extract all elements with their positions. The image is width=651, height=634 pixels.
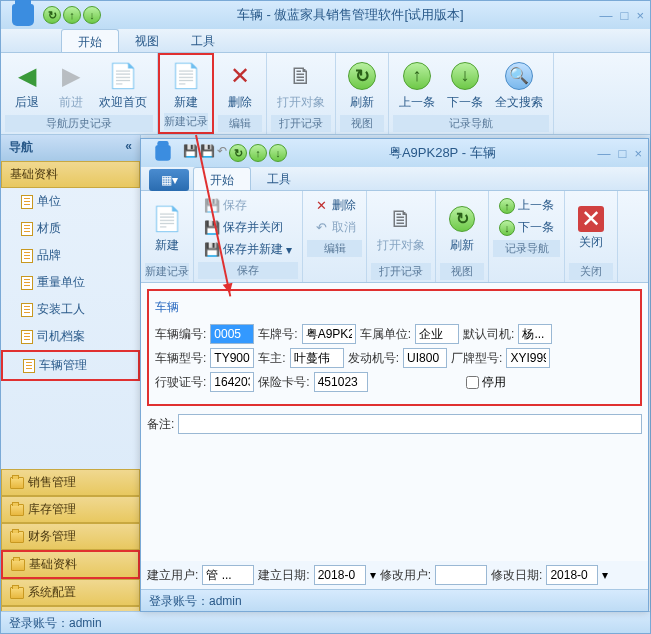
new-icon: 📄	[151, 203, 183, 235]
save-new-button[interactable]: 💾保存并新建▾	[200, 239, 296, 260]
prev-qa-icon[interactable]: ↑	[63, 6, 81, 24]
refresh-qa-icon[interactable]: ↻	[229, 144, 247, 162]
footer-row: 建立用户: 建立日期: ▾ 修改用户: 修改日期: ▾	[141, 561, 648, 589]
tab-start[interactable]: 开始	[61, 29, 119, 52]
delete-icon: ✕	[313, 198, 329, 214]
search-icon: 🔍	[503, 60, 535, 92]
main-statusbar: 登录账号：admin	[1, 611, 650, 633]
close-button[interactable]: ✕关闭	[569, 193, 613, 263]
sidebar-item-weight[interactable]: 重量单位	[1, 269, 140, 296]
vehicle-no-input[interactable]	[210, 324, 254, 344]
sidebar-item-material[interactable]: 材质	[1, 215, 140, 242]
factory-input[interactable]	[506, 348, 550, 368]
new-button[interactable]: 📄新建	[164, 57, 208, 113]
folder-icon	[10, 477, 24, 489]
back-button[interactable]: ◀后退	[5, 55, 49, 115]
tab-tools[interactable]: 工具	[251, 167, 307, 190]
open-obj-button[interactable]: 🗎打开对象	[371, 193, 431, 263]
doc-icon	[21, 249, 33, 263]
disable-checkbox[interactable]: 停用	[466, 374, 506, 391]
prev-button[interactable]: ↑上一条	[393, 55, 441, 115]
collapse-icon[interactable]: «	[125, 139, 132, 156]
insurance-input[interactable]	[314, 372, 368, 392]
main-menubar: 开始 视图 工具	[1, 29, 650, 53]
open-obj-button[interactable]: 🗎打开对象	[271, 55, 331, 115]
sidebar-sec-system[interactable]: 系统配置	[1, 579, 140, 606]
close-icon: ✕	[578, 206, 604, 232]
refresh-qa-icon[interactable]: ↻	[43, 6, 61, 24]
create-date-input[interactable]	[314, 565, 366, 585]
save-qa-icon[interactable]: 💾	[183, 144, 198, 162]
remark-input[interactable]	[178, 414, 642, 434]
doc-icon	[21, 303, 33, 317]
next-qa-icon[interactable]: ↓	[83, 6, 101, 24]
sidebar-item-driver[interactable]: 司机档案	[1, 323, 140, 350]
sidebar-item-worker[interactable]: 安装工人	[1, 296, 140, 323]
prev-qa-icon[interactable]: ↑	[249, 144, 267, 162]
owner-input[interactable]	[290, 348, 344, 368]
doc-icon	[21, 195, 33, 209]
child-title: 粤A9PK28P - 车辆	[287, 144, 598, 162]
next-qa-icon[interactable]: ↓	[269, 144, 287, 162]
forward-button[interactable]: ▶前进	[49, 55, 93, 115]
folder-icon	[10, 531, 24, 543]
model-input[interactable]	[210, 348, 254, 368]
sidebar-item-unit[interactable]: 单位	[1, 188, 140, 215]
new-group-highlight: 📄新建 新建记录	[158, 53, 214, 134]
home-button[interactable]: 📄欢迎首页	[93, 55, 153, 115]
sidebar-sec-basic2[interactable]: 基础资料	[1, 550, 140, 579]
insurance-label: 保险卡号:	[258, 374, 309, 391]
refresh-icon: ↻	[446, 203, 478, 235]
minimize-icon[interactable]: —	[600, 8, 613, 23]
tab-view[interactable]: 视图	[119, 29, 175, 52]
license-input[interactable]	[210, 372, 254, 392]
folder-icon	[10, 587, 24, 599]
form-area: 车辆 车辆编号: 车牌号: 车属单位: 默认司机: 车辆型号: 车主: 发动机号…	[141, 283, 648, 585]
file-menu[interactable]: ▦▾	[149, 169, 189, 191]
undo-qa-icon[interactable]: ↶	[217, 144, 227, 162]
sidebar-sec-finance[interactable]: 财务管理	[1, 523, 140, 550]
folder-icon	[10, 504, 24, 516]
delete-icon: ✕	[224, 60, 256, 92]
minimize-icon[interactable]: —	[598, 146, 611, 161]
prev-button[interactable]: ↑上一条	[495, 195, 558, 216]
up-icon: ↑	[499, 198, 515, 214]
modify-date-input[interactable]	[546, 565, 598, 585]
engine-input[interactable]	[403, 348, 447, 368]
delete-button[interactable]: ✕删除	[218, 55, 262, 115]
search-button[interactable]: 🔍全文搜索	[489, 55, 549, 115]
fieldset-title: 车辆	[155, 299, 634, 316]
main-titlebar: ↻ ↑ ↓ 车辆 - 傲蓝家具销售管理软件[试用版本] — □ ×	[1, 1, 650, 29]
doc-icon	[21, 330, 33, 344]
open-icon: 🗎	[285, 60, 317, 92]
refresh-button[interactable]: ↻刷新	[340, 55, 384, 115]
next-button[interactable]: ↓下一条	[441, 55, 489, 115]
refresh-button[interactable]: ↻刷新	[440, 193, 484, 263]
new-button[interactable]: 📄新建	[145, 193, 189, 263]
close-icon[interactable]: ×	[636, 8, 644, 23]
sidebar-item-brand[interactable]: 品牌	[1, 242, 140, 269]
plate-input[interactable]	[302, 324, 356, 344]
maximize-icon[interactable]: □	[621, 8, 629, 23]
tab-tools[interactable]: 工具	[175, 29, 231, 52]
delete-button[interactable]: ✕删除	[309, 195, 360, 216]
create-user-label: 建立用户:	[147, 567, 198, 584]
modify-user-input[interactable]	[435, 565, 487, 585]
create-user-input[interactable]	[202, 565, 254, 585]
unit-input[interactable]	[415, 324, 459, 344]
remark-label: 备注:	[147, 416, 174, 433]
cancel-button[interactable]: ↶取消	[309, 217, 360, 238]
maximize-icon[interactable]: □	[619, 146, 627, 161]
next-button[interactable]: ↓下一条	[495, 217, 558, 238]
child-menubar: ▦▾ 开始 工具	[141, 167, 648, 191]
license-label: 行驶证号:	[155, 374, 206, 391]
sidebar-sec-basic[interactable]: 基础资料	[1, 161, 140, 188]
sidebar-sec-stock[interactable]: 库存管理	[1, 496, 140, 523]
child-titlebar: 💾 💾 ↶ ↻ ↑ ↓ 粤A9PK28P - 车辆 — □ ×	[141, 139, 648, 167]
doc-icon	[21, 222, 33, 236]
save-button[interactable]: 💾保存	[200, 195, 296, 216]
close-icon[interactable]: ×	[634, 146, 642, 161]
sidebar-item-vehicle[interactable]: 车辆管理	[1, 350, 140, 381]
driver-input[interactable]	[518, 324, 552, 344]
sidebar-sec-sales[interactable]: 销售管理	[1, 469, 140, 496]
